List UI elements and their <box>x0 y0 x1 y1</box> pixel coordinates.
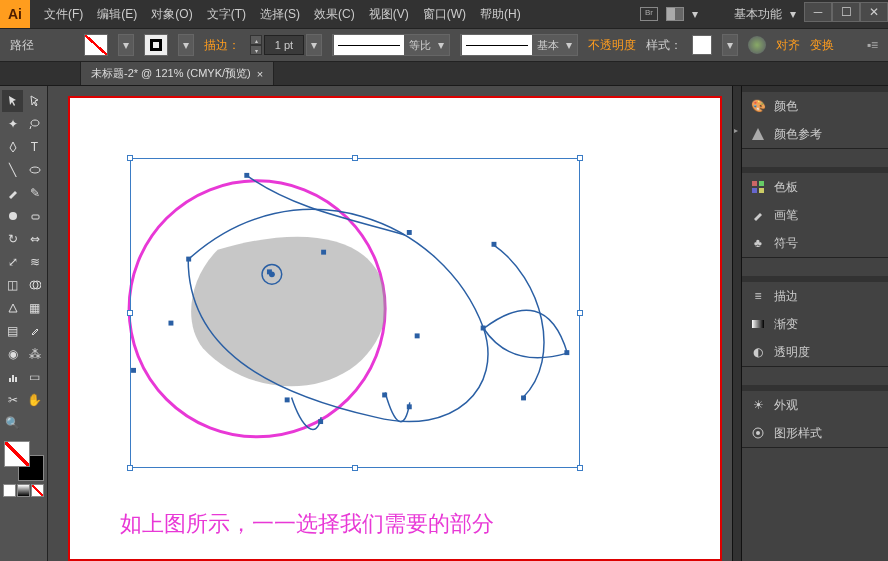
canvas[interactable]: 如上图所示，一一选择我们需要的部分 <box>48 86 732 561</box>
slice-tool[interactable]: ✂ <box>2 389 23 411</box>
brush-dropdown[interactable]: 基本 ▾ <box>460 34 578 56</box>
panel-stroke[interactable]: ≡描边 <box>742 282 888 310</box>
brush-label: 基本 <box>533 38 563 53</box>
panel-brushes[interactable]: 画笔 <box>742 201 888 229</box>
zoom-tool[interactable]: 🔍 <box>2 412 23 434</box>
panel-color[interactable]: 🎨颜色 <box>742 92 888 120</box>
canvas-caption: 如上图所示，一一选择我们需要的部分 <box>120 509 494 539</box>
selection-tool[interactable] <box>2 90 23 112</box>
direct-selection-tool[interactable] <box>24 90 45 112</box>
workspace: ✦ T ╲ ✎ ↻⇔ ⤢≋ ◫ ▦ ▤ ◉⁂ ▭ ✂✋ 🔍 <box>0 86 888 561</box>
width-tool[interactable]: ≋ <box>24 251 45 273</box>
eraser-tool[interactable] <box>24 205 45 227</box>
style-label: 样式： <box>646 37 682 54</box>
minimize-button[interactable]: ─ <box>804 2 832 22</box>
color-mode-solid[interactable] <box>3 484 16 497</box>
ellipse-tool[interactable] <box>24 159 45 181</box>
panel-symbols[interactable]: ♣符号 <box>742 229 888 257</box>
menu-view[interactable]: 视图(V) <box>363 2 415 27</box>
blob-brush-tool[interactable] <box>2 205 23 227</box>
style-arrow[interactable]: ▾ <box>722 34 738 56</box>
lasso-tool[interactable] <box>24 113 45 135</box>
color-mode-row <box>2 484 45 497</box>
bridge-icon[interactable]: Br <box>640 7 658 21</box>
panel-color-guide[interactable]: 颜色参考 <box>742 120 888 148</box>
close-button[interactable]: ✕ <box>860 2 888 22</box>
menu-window[interactable]: 窗口(W) <box>417 2 472 27</box>
color-mode-none[interactable] <box>31 484 44 497</box>
stroke-weight-field[interactable]: 1 pt <box>264 35 304 55</box>
menu-effect[interactable]: 效果(C) <box>308 2 361 27</box>
mesh-tool[interactable]: ▦ <box>24 297 45 319</box>
perspective-tool[interactable] <box>2 297 23 319</box>
panel-gradient[interactable]: 渐变 <box>742 310 888 338</box>
arrange-icon[interactable] <box>666 7 684 21</box>
panel-transparency[interactable]: ◐透明度 <box>742 338 888 366</box>
panel-symbols-label: 符号 <box>774 235 798 252</box>
panel-collapse-handle[interactable]: ▸ <box>732 86 742 561</box>
type-tool[interactable]: T <box>24 136 45 158</box>
panel-appearance[interactable]: ☀外观 <box>742 391 888 419</box>
gradient-icon <box>750 316 766 332</box>
stroke-label[interactable]: 描边： <box>204 37 240 54</box>
stroke-up-icon[interactable]: ▴ <box>250 35 262 45</box>
tools-panel: ✦ T ╲ ✎ ↻⇔ ⤢≋ ◫ ▦ ▤ ◉⁂ ▭ ✂✋ 🔍 <box>0 86 48 561</box>
artboard[interactable]: 如上图所示，一一选择我们需要的部分 <box>68 96 722 561</box>
gradient-tool[interactable]: ▤ <box>2 320 23 342</box>
rotate-tool[interactable]: ↻ <box>2 228 23 250</box>
workspace-switcher[interactable]: 基本功能 <box>734 6 782 23</box>
column-graph-tool[interactable] <box>2 366 23 388</box>
menu-type[interactable]: 文字(T) <box>201 2 252 27</box>
eyedropper-tool[interactable] <box>24 320 45 342</box>
selection-bounds[interactable] <box>130 158 580 468</box>
opacity-label[interactable]: 不透明度 <box>588 37 636 54</box>
workspace-arrow-icon[interactable]: ▾ <box>790 7 796 21</box>
fill-stroke-swatches[interactable] <box>4 441 44 481</box>
panel-color-guide-label: 颜色参考 <box>774 126 822 143</box>
tab-close-icon[interactable]: × <box>257 68 263 80</box>
reflect-tool[interactable]: ⇔ <box>24 228 45 250</box>
color-mode-gradient[interactable] <box>17 484 30 497</box>
stroke-weight-input[interactable]: ▴ ▾ 1 pt ▾ <box>250 34 322 56</box>
fill-swatch[interactable] <box>84 34 108 56</box>
symbol-sprayer-tool[interactable]: ⁂ <box>24 343 45 365</box>
recolor-icon[interactable] <box>748 36 766 54</box>
free-transform-tool[interactable]: ◫ <box>2 274 23 296</box>
line-tool[interactable]: ╲ <box>2 159 23 181</box>
pen-tool[interactable] <box>2 136 23 158</box>
scale-tool[interactable]: ⤢ <box>2 251 23 273</box>
menu-object[interactable]: 对象(O) <box>145 2 198 27</box>
panel-graphic-styles[interactable]: 图形样式 <box>742 419 888 447</box>
style-swatch[interactable] <box>692 35 712 55</box>
stroke-down-icon[interactable]: ▾ <box>250 45 262 55</box>
menu-file[interactable]: 文件(F) <box>38 2 89 27</box>
stroke-weight-arrow[interactable]: ▾ <box>306 34 322 56</box>
menu-help[interactable]: 帮助(H) <box>474 2 527 27</box>
stroke-swatch[interactable] <box>144 34 168 56</box>
screen-mode-icon[interactable]: ▾ <box>692 7 698 21</box>
shape-builder-tool[interactable] <box>24 274 45 296</box>
align-label[interactable]: 对齐 <box>776 37 800 54</box>
hand-tool[interactable]: ✋ <box>24 389 45 411</box>
pencil-tool[interactable]: ✎ <box>24 182 45 204</box>
profile-dropdown[interactable]: 等比 ▾ <box>332 34 450 56</box>
paintbrush-tool[interactable] <box>2 182 23 204</box>
control-menu-icon[interactable]: ▪≡ <box>867 38 878 52</box>
fill-dropdown[interactable]: ▾ <box>118 34 134 56</box>
panel-color-label: 颜色 <box>774 98 798 115</box>
stroke-dropdown[interactable]: ▾ <box>178 34 194 56</box>
document-tab[interactable]: 未标题-2* @ 121% (CMYK/预览) × <box>80 61 274 85</box>
artboard-tool[interactable]: ▭ <box>24 366 45 388</box>
transform-label[interactable]: 变换 <box>810 37 834 54</box>
menu-select[interactable]: 选择(S) <box>254 2 306 27</box>
collapse-arrow-icon: ▸ <box>734 126 738 135</box>
panel-swatches[interactable]: 色板 <box>742 173 888 201</box>
selection-type-label: 路径 <box>10 37 34 54</box>
fill-color-swatch[interactable] <box>4 441 30 467</box>
blend-tool[interactable]: ◉ <box>2 343 23 365</box>
magic-wand-tool[interactable]: ✦ <box>2 113 23 135</box>
brushes-icon <box>750 207 766 223</box>
svg-rect-2 <box>32 215 39 219</box>
menu-edit[interactable]: 编辑(E) <box>91 2 143 27</box>
maximize-button[interactable]: ☐ <box>832 2 860 22</box>
